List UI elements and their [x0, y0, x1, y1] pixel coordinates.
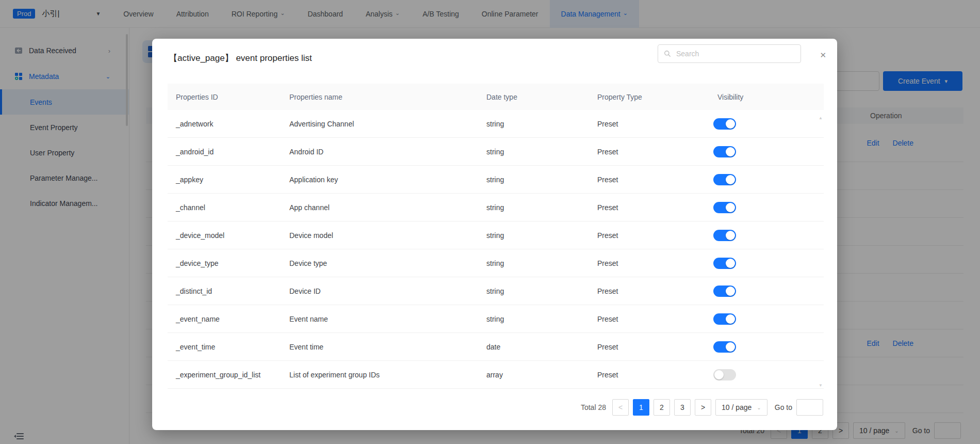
visibility-toggle[interactable] [713, 230, 736, 241]
toggle-knob [726, 119, 735, 129]
pagination-prev-button[interactable]: < [612, 399, 629, 416]
cell-properties-name: Device ID [289, 287, 486, 295]
properties-table-header: Properties IDProperties nameDate typePro… [168, 84, 824, 110]
visibility-toggle[interactable] [713, 341, 736, 353]
cell-properties-id: _event_name [176, 315, 289, 323]
visibility-toggle[interactable] [713, 258, 736, 269]
event-properties-modal: 【active_page】 event properties list ✕ Pr… [152, 39, 837, 430]
search-icon [664, 50, 671, 57]
column-header-properties-name: Properties name [289, 93, 486, 101]
cell-properties-name: Event time [289, 343, 486, 351]
cell-visibility [713, 313, 824, 325]
cell-properties-id: _distinct_id [176, 287, 289, 295]
table-row: _appkeyApplication keystringPreset [168, 166, 824, 194]
toggle-knob [726, 231, 735, 240]
visibility-toggle[interactable] [713, 313, 736, 325]
modal-pagination: Total 28<123>10 / page⌄Go to [581, 399, 823, 416]
cell-properties-name: Application key [289, 176, 486, 184]
toggle-knob [714, 370, 724, 379]
cell-date-type: date [486, 343, 597, 351]
cell-visibility [713, 230, 824, 241]
cell-date-type: array [486, 371, 597, 379]
goto-label: Go to [775, 403, 792, 411]
page-size-label: 10 / page [722, 403, 752, 411]
column-header-visibility: Visibility [713, 93, 824, 101]
cell-property-type: Preset [597, 343, 713, 351]
cell-date-type: string [486, 176, 597, 184]
pagination-page-2[interactable]: 2 [654, 399, 670, 416]
table-row: _android_idAndroid IDstringPreset [168, 138, 824, 166]
search-box[interactable] [658, 44, 801, 63]
properties-table-body: _adnetworkAdvertising ChannelstringPrese… [168, 110, 824, 389]
cell-property-type: Preset [597, 371, 713, 379]
visibility-toggle[interactable] [713, 286, 736, 297]
visibility-toggle[interactable] [713, 146, 736, 157]
cell-visibility [713, 146, 824, 157]
table-row: _event_timeEvent timedatePreset [168, 333, 824, 361]
cell-visibility [713, 174, 824, 185]
cell-date-type: string [486, 259, 597, 267]
scroll-down-icon[interactable]: ▼ [819, 383, 823, 388]
cell-visibility [713, 286, 824, 297]
cell-properties-name: Device type [289, 259, 486, 267]
toggle-knob [726, 147, 735, 156]
cell-properties-name: List of experiment group IDs [289, 371, 486, 379]
pagination-page-1[interactable]: 1 [633, 399, 649, 416]
cell-properties-name: Advertising Channel [289, 120, 486, 128]
chevron-down-icon: ⌄ [757, 405, 761, 410]
cell-properties-id: _channel [176, 203, 289, 212]
toggle-knob [726, 175, 735, 184]
cell-date-type: string [486, 231, 597, 240]
pagination-next-button[interactable]: > [695, 399, 711, 416]
cell-visibility [713, 369, 824, 380]
table-row: _device_modelDevice modelstringPreset [168, 221, 824, 249]
cell-properties-id: _device_type [176, 259, 289, 267]
properties-table: Properties IDProperties nameDate typePro… [168, 84, 824, 389]
pagination-page-3[interactable]: 3 [674, 399, 691, 416]
cell-properties-name: Event name [289, 315, 486, 323]
goto-input[interactable] [796, 399, 823, 416]
cell-properties-name: Device model [289, 231, 486, 240]
cell-property-type: Preset [597, 148, 713, 156]
table-row: _channelApp channelstringPreset [168, 194, 824, 221]
cell-properties-id: _device_model [176, 231, 289, 240]
toggle-knob [726, 203, 735, 212]
table-row: _experiment_group_id_listList of experim… [168, 361, 824, 389]
toggle-knob [726, 259, 735, 268]
cell-properties-id: _experiment_group_id_list [176, 371, 289, 379]
cell-property-type: Preset [597, 315, 713, 323]
table-row: _adnetworkAdvertising ChannelstringPrese… [168, 110, 824, 138]
visibility-toggle[interactable] [713, 118, 736, 130]
scroll-up-icon[interactable]: ▲ [819, 116, 823, 120]
cell-visibility [713, 202, 824, 213]
cell-visibility [713, 341, 824, 353]
app-root: Prod 小引| ▼ OverviewAttributionROI Report… [0, 0, 980, 444]
visibility-toggle[interactable] [713, 202, 736, 213]
modal-title: 【active_page】 event properties list [169, 52, 312, 64]
cell-property-type: Preset [597, 120, 713, 128]
toggle-knob [726, 314, 735, 324]
cell-property-type: Preset [597, 287, 713, 295]
toggle-knob [726, 287, 735, 296]
cell-date-type: string [486, 287, 597, 295]
search-input[interactable] [675, 49, 795, 58]
visibility-toggle[interactable] [713, 174, 736, 185]
column-header-properties-id: Properties ID [176, 93, 289, 101]
cell-date-type: string [486, 120, 597, 128]
column-header-date-type: Date type [486, 93, 597, 101]
cell-properties-name: App channel [289, 203, 486, 212]
cell-property-type: Preset [597, 231, 713, 240]
table-row: _event_nameEvent namestringPreset [168, 305, 824, 333]
cell-properties-name: Android ID [289, 148, 486, 156]
pagination-total: Total 28 [581, 403, 606, 411]
cell-properties-id: _android_id [176, 148, 289, 156]
cell-date-type: string [486, 148, 597, 156]
cell-properties-id: _event_time [176, 343, 289, 351]
close-icon[interactable]: ✕ [818, 49, 828, 61]
page-size-select[interactable]: 10 / page⌄ [715, 399, 767, 416]
cell-date-type: string [486, 315, 597, 323]
visibility-toggle[interactable] [713, 369, 736, 380]
cell-properties-id: _adnetwork [176, 120, 289, 128]
cell-property-type: Preset [597, 203, 713, 212]
cell-date-type: string [486, 203, 597, 212]
